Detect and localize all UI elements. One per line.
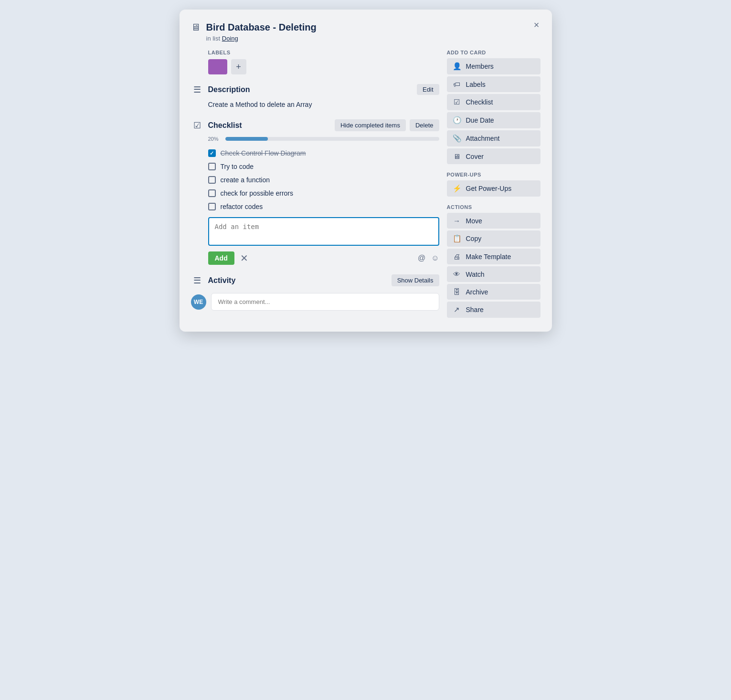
checklist-icon: ☑ bbox=[191, 120, 203, 131]
activity-header: ☰ Activity Show Details bbox=[191, 274, 439, 286]
cover-button[interactable]: 🖥 Cover bbox=[447, 148, 540, 164]
cancel-add-item-button[interactable]: ✕ bbox=[238, 252, 250, 264]
due-date-icon: 🕐 bbox=[453, 116, 461, 125]
checklist-item-text-2: Try to code bbox=[221, 163, 254, 170]
activity-section: ☰ Activity Show Details WE bbox=[191, 274, 439, 311]
cover-label: Cover bbox=[466, 153, 484, 160]
get-power-ups-button[interactable]: ⚡ Get Power-Ups bbox=[447, 180, 540, 197]
watch-button[interactable]: 👁 Watch bbox=[447, 266, 540, 282]
checklist-item-checkbox-3[interactable] bbox=[208, 176, 216, 184]
labels-icon: 🏷 bbox=[453, 80, 461, 88]
modal-title-area: Bird Database - Deleting in list Doing bbox=[206, 21, 540, 42]
add-item-area: Add ✕ @ ☺ bbox=[208, 217, 439, 265]
labels-heading: LABELS bbox=[208, 50, 439, 55]
checklist-sidebar-icon: ☑ bbox=[453, 98, 461, 106]
progress-bar-fill bbox=[225, 137, 268, 141]
labels-section: LABELS + bbox=[191, 50, 439, 74]
emoji-icon[interactable]: ☺ bbox=[431, 254, 439, 262]
attachment-button[interactable]: 📎 Attachment bbox=[447, 130, 540, 146]
progress-row: 20% bbox=[208, 136, 439, 142]
show-details-button[interactable]: Show Details bbox=[392, 274, 439, 286]
delete-checklist-button[interactable]: Delete bbox=[410, 119, 439, 131]
list-item: Check Control Flow Diagram bbox=[208, 146, 439, 160]
comment-input[interactable] bbox=[211, 293, 439, 311]
checklist-section: ☑ Checklist Hide completed items Delete … bbox=[191, 119, 439, 265]
checklist-button[interactable]: ☑ Checklist bbox=[447, 94, 540, 110]
card-modal: × 🖥 Bird Database - Deleting in list Doi… bbox=[180, 10, 552, 332]
labels-button[interactable]: 🏷 Labels bbox=[447, 76, 540, 92]
checklist-actions: Hide completed items Delete bbox=[335, 119, 439, 131]
label-chip-purple[interactable] bbox=[208, 59, 227, 74]
copy-label: Copy bbox=[466, 235, 482, 242]
due-date-label: Due Date bbox=[466, 116, 494, 124]
checklist-item-text-3: create a function bbox=[221, 176, 270, 184]
archive-label: Archive bbox=[466, 288, 488, 296]
description-edit-button[interactable]: Edit bbox=[417, 84, 439, 95]
modal-header: 🖥 Bird Database - Deleting in list Doing bbox=[191, 21, 540, 42]
checklist-header: ☑ Checklist Hide completed items Delete bbox=[191, 119, 439, 131]
progress-percent: 20% bbox=[208, 136, 222, 142]
hide-completed-button[interactable]: Hide completed items bbox=[335, 119, 406, 131]
add-to-card-heading: ADD TO CARD bbox=[447, 50, 540, 55]
add-item-button[interactable]: Add bbox=[208, 251, 234, 265]
cover-icon: 🖥 bbox=[453, 152, 461, 160]
share-icon: ↗ bbox=[453, 305, 461, 314]
copy-button[interactable]: 📋 Copy bbox=[447, 230, 540, 247]
avatar: WE bbox=[191, 294, 206, 310]
attachment-icon: 📎 bbox=[453, 134, 461, 143]
activity-icon: ☰ bbox=[191, 275, 203, 286]
list-item: check for possible errors bbox=[208, 187, 439, 200]
move-icon: → bbox=[453, 217, 461, 225]
checklist-item-checkbox-4[interactable] bbox=[208, 189, 216, 197]
list-item: refactor codes bbox=[208, 200, 439, 213]
input-extras: @ ☺ bbox=[418, 254, 439, 262]
add-item-input[interactable] bbox=[208, 217, 439, 246]
labels-row: + bbox=[208, 59, 439, 74]
left-column: LABELS + ☰ Description Edit Create a Met… bbox=[191, 50, 439, 320]
add-item-controls: Add ✕ @ ☺ bbox=[208, 251, 439, 265]
members-label: Members bbox=[466, 63, 494, 70]
close-button[interactable]: × bbox=[529, 17, 544, 32]
description-title: Description bbox=[208, 85, 413, 94]
power-ups-label: Get Power-Ups bbox=[466, 185, 512, 192]
copy-icon: 📋 bbox=[453, 234, 461, 243]
checklist-item-checkbox-1[interactable] bbox=[208, 149, 216, 157]
checklist-items: Check Control Flow Diagram Try to code c… bbox=[208, 146, 439, 213]
subtitle-list-link[interactable]: Doing bbox=[222, 35, 238, 42]
actions-heading: ACTIONS bbox=[447, 204, 540, 210]
subtitle-prefix: in list bbox=[206, 35, 221, 42]
members-icon: 👤 bbox=[453, 62, 461, 71]
due-date-button[interactable]: 🕐 Due Date bbox=[447, 112, 540, 128]
add-label-button[interactable]: + bbox=[231, 59, 246, 74]
labels-label: Labels bbox=[466, 81, 486, 88]
move-label: Move bbox=[466, 217, 482, 225]
make-template-button[interactable]: 🖨 Make Template bbox=[447, 249, 540, 264]
description-header: ☰ Description Edit bbox=[191, 84, 439, 95]
attachment-label: Attachment bbox=[466, 135, 500, 142]
checklist-item-checkbox-5[interactable] bbox=[208, 203, 216, 210]
main-content: LABELS + ☰ Description Edit Create a Met… bbox=[191, 50, 540, 320]
card-title: Bird Database - Deleting bbox=[206, 21, 540, 33]
archive-button[interactable]: 🗄 Archive bbox=[447, 284, 540, 300]
progress-bar-background bbox=[225, 137, 439, 141]
checklist-item-text-4: check for possible errors bbox=[221, 189, 294, 197]
members-button[interactable]: 👤 Members bbox=[447, 58, 540, 74]
description-text: Create a Method to delete an Array bbox=[208, 100, 439, 110]
description-icon: ☰ bbox=[191, 84, 203, 95]
description-section: ☰ Description Edit Create a Method to de… bbox=[191, 84, 439, 110]
share-button[interactable]: ↗ Share bbox=[447, 302, 540, 318]
comment-row: WE bbox=[191, 293, 439, 311]
template-icon: 🖨 bbox=[453, 252, 461, 261]
mention-icon[interactable]: @ bbox=[418, 254, 425, 262]
activity-title: Activity bbox=[208, 276, 387, 285]
checklist-item-checkbox-2[interactable] bbox=[208, 163, 216, 170]
checklist-title: Checklist bbox=[208, 121, 330, 130]
power-ups-heading: POWER-UPS bbox=[447, 172, 540, 178]
move-button[interactable]: → Move bbox=[447, 213, 540, 229]
card-title-icon: 🖥 bbox=[191, 22, 201, 33]
watch-label: Watch bbox=[466, 271, 485, 278]
power-ups-icon: ⚡ bbox=[453, 184, 461, 193]
checklist-item-text-5: refactor codes bbox=[221, 203, 263, 210]
share-label: Share bbox=[466, 306, 484, 313]
list-item: create a function bbox=[208, 173, 439, 187]
